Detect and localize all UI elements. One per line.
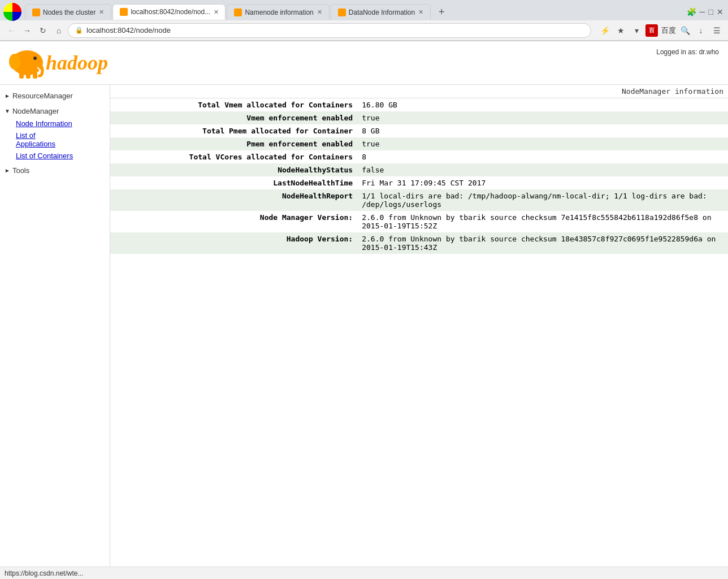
sidebar-link-node-information[interactable]: Node Information xyxy=(11,118,110,129)
sidebar-node-manager-header[interactable]: NodeManager xyxy=(0,105,110,118)
sidebar-tools-section: Tools xyxy=(0,164,110,177)
row-value: 8 GB xyxy=(357,124,728,137)
tab-close-4[interactable]: ✕ xyxy=(418,8,423,16)
maximize-icon[interactable]: □ xyxy=(709,7,713,16)
bookmark-list-icon[interactable]: ▾ xyxy=(630,24,643,37)
tab-datanode[interactable]: DataNode Information ✕ xyxy=(331,4,431,20)
baidu-icon[interactable]: 百 xyxy=(645,24,658,37)
baidu-label: 百度 xyxy=(661,25,676,36)
table-row: Node Manager Version:2.6.0 from Unknown … xyxy=(110,211,728,232)
search-button[interactable]: 🔍 xyxy=(678,24,692,37)
page-header: hadoop Logged in as: dr.who xyxy=(0,41,728,85)
nav-right-controls: ⚡ ★ ▾ 百 百度 🔍 ↓ ☰ xyxy=(598,24,723,37)
status-url: https://blog.csdn.net/wte... xyxy=(5,569,83,577)
row-label: Hadoop Version: xyxy=(110,232,357,254)
minimize-icon[interactable]: ─ xyxy=(700,7,705,16)
address-bar[interactable]: 🔒 localhost:8042/node/node xyxy=(68,23,591,38)
sidebar-node-manager-section: NodeManager Node Information List of App… xyxy=(0,105,110,162)
node-manager-label: NodeManager xyxy=(12,107,59,115)
tab-favicon-4 xyxy=(338,8,346,16)
window-controls: 🧩 ─ □ ✕ xyxy=(687,7,728,16)
svg-point-2 xyxy=(33,57,37,60)
back-button[interactable]: ← xyxy=(5,24,18,37)
sidebar-link-list-of-applications[interactable]: List of Applications xyxy=(11,129,110,150)
tab-nodes-cluster[interactable]: Nodes the cluster ✕ xyxy=(25,4,111,20)
row-label: LastNodeHealthTime xyxy=(110,176,357,189)
flash-icon: ⚡ xyxy=(598,24,612,37)
row-value: false xyxy=(357,163,728,176)
svg-rect-4 xyxy=(26,72,31,79)
status-bar: https://blog.csdn.net/wte... xyxy=(0,567,728,579)
table-row: Pmem enforcement enabledtrue xyxy=(110,137,728,150)
table-row: Vmem enforcement enabledtrue xyxy=(110,111,728,124)
row-label: NodeHealthReport xyxy=(110,189,357,211)
reload-button[interactable]: ↻ xyxy=(36,24,50,37)
extensions-icon[interactable]: 🧩 xyxy=(687,7,696,16)
table-row: LastNodeHealthTimeFri Mar 31 17:09:45 CS… xyxy=(110,176,728,189)
menu-icon[interactable]: ☰ xyxy=(710,24,723,37)
tab-close-2[interactable]: ✕ xyxy=(214,8,219,16)
row-value: 2.6.0 from Unknown by tbarik source chec… xyxy=(357,211,728,232)
bookmark-icon[interactable]: ★ xyxy=(614,24,627,37)
table-row: Total Vmem allocated for Containers16.80… xyxy=(110,98,728,111)
table-row: Total VCores allocated for Containers8 xyxy=(110,150,728,163)
row-label: Node Manager Version: xyxy=(110,211,357,232)
tab-favicon-1 xyxy=(32,8,40,16)
home-button[interactable]: ⌂ xyxy=(52,24,66,37)
row-value: 8 xyxy=(357,150,728,163)
svg-rect-5 xyxy=(33,72,37,79)
lock-icon: 🔒 xyxy=(75,27,83,34)
tools-label: Tools xyxy=(12,166,29,175)
forward-button[interactable]: → xyxy=(20,24,34,37)
table-row: NodeHealthReport1/1 local-dirs are bad: … xyxy=(110,189,728,211)
tab-favicon-3 xyxy=(234,8,242,16)
svg-rect-3 xyxy=(19,72,24,79)
row-value: true xyxy=(357,137,728,150)
download-icon[interactable]: ↓ xyxy=(694,24,708,37)
tab-label-3: Namenode information xyxy=(245,8,313,16)
row-label: Total Vmem allocated for Containers xyxy=(110,98,357,111)
table-row: Total Pmem allocated for Container8 GB xyxy=(110,124,728,137)
section-title: NodeManager information xyxy=(110,85,728,98)
row-value: 2.6.0 from Unknown by tbarik source chec… xyxy=(357,232,728,254)
row-label: Pmem enforcement enabled xyxy=(110,137,357,150)
sidebar-resource-manager-header[interactable]: ResourceManager xyxy=(0,89,110,102)
hadoop-elephant-svg xyxy=(9,46,46,80)
row-value: 16.80 GB xyxy=(357,98,728,111)
content-area: NodeManager information Total Vmem alloc… xyxy=(110,85,728,579)
address-text: localhost:8042/node/node xyxy=(86,26,584,34)
sidebar: ResourceManager NodeManager Node Informa… xyxy=(0,85,110,579)
new-tab-button[interactable]: + xyxy=(434,5,449,19)
row-value: Fri Mar 31 17:09:45 CST 2017 xyxy=(357,176,728,189)
resource-manager-label: ResourceManager xyxy=(12,92,73,100)
tab-label-2: localhost:8042/node/nod... xyxy=(131,8,210,16)
row-label: NodeHealthyStatus xyxy=(110,163,357,176)
row-label: Total Pmem allocated for Container xyxy=(110,124,357,137)
close-window-icon[interactable]: ✕ xyxy=(717,7,723,16)
sidebar-link-list-of-containers[interactable]: List of Containers xyxy=(11,150,110,162)
svg-point-1 xyxy=(9,54,20,70)
browser-chrome: Nodes the cluster ✕ localhost:8042/node/… xyxy=(0,0,728,41)
resource-manager-arrow xyxy=(5,93,10,99)
sidebar-resource-manager-section: ResourceManager xyxy=(0,89,110,102)
tab-label-4: DataNode Information xyxy=(349,8,415,16)
tab-favicon-2 xyxy=(120,8,128,16)
tab-close-3[interactable]: ✕ xyxy=(317,8,322,16)
row-label: Total VCores allocated for Containers xyxy=(110,150,357,163)
hadoop-text: hadoop xyxy=(46,51,108,75)
tab-bar: Nodes the cluster ✕ localhost:8042/node/… xyxy=(0,0,728,20)
table-row: Hadoop Version:2.6.0 from Unknown by tba… xyxy=(110,232,728,254)
tab-nodemanager[interactable]: localhost:8042/node/nod... ✕ xyxy=(112,4,226,20)
tab-namenode[interactable]: Namenode information ✕ xyxy=(227,4,329,20)
table-row: NodeHealthyStatusfalse xyxy=(110,163,728,176)
row-value: 1/1 local-dirs are bad: /tmp/hadoop-alwa… xyxy=(357,189,728,211)
browser-logo xyxy=(3,3,21,21)
sidebar-tools-header[interactable]: Tools xyxy=(0,164,110,177)
logged-in-label: Logged in as: dr.who xyxy=(656,46,719,56)
nav-bar: ← → ↻ ⌂ 🔒 localhost:8042/node/node ⚡ ★ ▾… xyxy=(0,20,728,41)
tools-arrow xyxy=(5,167,10,174)
info-table: Total Vmem allocated for Containers16.80… xyxy=(110,98,728,254)
page-content: hadoop Logged in as: dr.who ResourceMana… xyxy=(0,41,728,579)
sidebar-node-manager-children: Node Information List of Applications Li… xyxy=(0,118,110,162)
tab-close-1[interactable]: ✕ xyxy=(99,8,104,16)
